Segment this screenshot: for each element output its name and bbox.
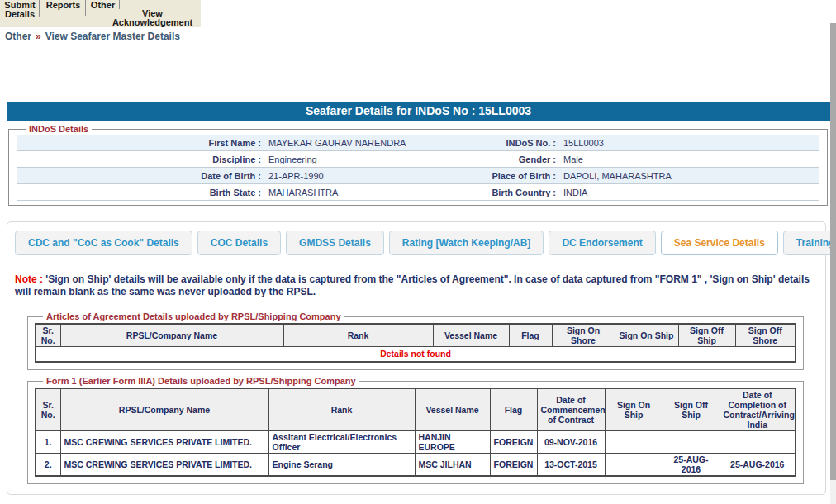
cell-sign-on-ship [605,454,663,477]
table-header-row: Sr. No. RPSL/Company Name Rank Vessel Na… [36,388,796,431]
col-header-date-of-commencement: Date of Commencement of Contract [537,388,605,431]
note-text: 'Sign on Ship' details will be available… [15,273,810,297]
form1-details-table: Sr. No. RPSL/Company Name Rank Vessel Na… [35,388,796,477]
breadcrumb-separator-icon: » [36,31,41,42]
tab-gmdss-details[interactable]: GMDSS Details [286,231,384,255]
menu-item-submit-details[interactable]: Submit Details [1,1,39,19]
vertical-scrollbar[interactable] [830,23,836,504]
page-title: Seafarer Details for INDoS No : 15LL0003 [7,102,830,121]
menu-item-reports[interactable]: Reports [42,1,84,10]
birth-country-value: INDIA [556,188,819,197]
cell-date-of-completion [720,431,796,454]
cell-flag: FOREIGN [490,454,537,477]
articles-of-agreement-legend: Articles of Agreement Details uploaded b… [43,311,344,321]
birth-country-label: Birth Country : [411,188,556,197]
gender-value: Male [556,155,819,164]
indos-row: Discipline : Engineering Gender : Male [17,151,819,168]
discipline-label: Discipline : [17,155,261,164]
cell-date-of-completion: 25-AUG-2016 [720,454,796,477]
col-header-rank: Rank [268,388,415,431]
details-not-found-message: Details not found [36,347,796,362]
cell-rank: Assitant Electrical/Electronics Officer [268,431,415,454]
col-header-sign-on-ship: Sign On Ship [615,324,678,347]
cell-sign-off-ship: 25-AUG-2016 [663,454,720,477]
cell-vessel-name: MSC JILHAN [415,454,490,477]
cell-sr-no: 2. [36,454,60,477]
cell-rpsl-company-name: MSC CREWING SERVICES PRIVATE LIMITED. [60,454,268,477]
cell-vessel-name: HANJIN EUROPE [415,431,490,454]
menu-separator [119,0,120,9]
tab-rating-watch-keeping-ab[interactable]: Rating [Watch Keeping/AB] [389,231,544,255]
first-name-label: First Name : [17,138,261,148]
cell-rank: Engine Serang [268,454,415,477]
col-header-vessel-name: Vessel Name [415,388,490,431]
menu-separator [85,0,86,16]
note-prefix: Note : [15,273,43,285]
breadcrumb-current-page: View Seafarer Master Details [45,31,180,42]
table-header-row: Sr. No. RPSL/Company Name Rank Vessel Na… [36,324,796,347]
details-panel: CDC and "CoC as Cook" Details COC Detail… [7,221,826,495]
col-header-sign-off-shore: Sign Off Shore [735,324,796,347]
cell-sign-on-ship [605,431,663,454]
indos-row: Date of Birth : 21-APR-1990 Place of Bir… [17,168,819,184]
col-header-flag: Flag [509,324,552,347]
sign-on-ship-note: Note : 'Sign on Ship' details will be av… [15,273,818,298]
indos-row: First Name : MAYEKAR GAURAV NARENDRA IND… [17,135,819,151]
tab-coc-details[interactable]: COC Details [197,231,281,255]
birth-state-value: MAHARASHTRA [261,188,411,197]
indos-details-legend: INDoS Details [26,124,92,134]
first-name-value: MAYEKAR GAURAV NARENDRA [261,138,411,148]
birth-state-label: Birth State : [17,188,261,197]
date-of-birth-label: Date of Birth : [17,171,261,181]
form1-details-legend: Form 1 (Earlier Form IIIA) Details uploa… [43,376,359,386]
menu-item-view-acknowledgement[interactable]: View Acknowledgement [104,9,201,27]
col-header-rpsl-company-name: RPSL/Company Name [60,388,268,431]
gender-label: Gender : [411,155,556,164]
col-header-sr-no: Sr. No. [36,388,60,431]
breadcrumb: Other»View Seafarer Master Details [5,31,180,42]
discipline-value: Engineering [261,155,411,164]
indos-row: Birth State : MAHARASHTRA Birth Country … [17,184,819,201]
col-header-sign-off-ship: Sign Off Ship [678,324,735,347]
tab-training-details[interactable]: Training Details [783,231,836,255]
date-of-birth-value: 21-APR-1990 [261,171,411,181]
articles-of-agreement-table: Sr. No. RPSL/Company Name Rank Vessel Na… [35,323,796,363]
scrollbar-thumb[interactable] [830,23,836,480]
tab-sea-service-details[interactable]: Sea Service Details [661,231,778,255]
col-header-date-of-completion: Date of Completion of Contract/Arriving … [720,388,796,431]
cell-date-of-commencement: 09-NOV-2016 [537,431,605,454]
table-row: 2. MSC CREWING SERVICES PRIVATE LIMITED.… [36,454,796,477]
cell-rpsl-company-name: MSC CREWING SERVICES PRIVATE LIMITED. [60,431,268,454]
col-header-sr-no: Sr. No. [36,324,60,347]
tab-cdc-coc-as-cook-details[interactable]: CDC and "CoC as Cook" Details [15,231,192,255]
cell-date-of-commencement: 13-OCT-2015 [537,454,605,477]
col-header-rank: Rank [283,324,433,347]
form1-details-fieldset: Form 1 (Earlier Form IIIA) Details uploa… [27,376,804,484]
cell-sr-no: 1. [36,431,60,454]
tab-dc-endorsement[interactable]: DC Endorsement [549,231,655,255]
cell-sign-off-ship [663,431,720,454]
empty-message-row: Details not found [36,347,796,362]
col-header-vessel-name: Vessel Name [433,324,509,347]
details-tab-bar: CDC and "CoC as Cook" Details COC Detail… [15,231,836,255]
col-header-flag: Flag [490,388,537,431]
top-menu-bar: Submit Details Reports Other View Acknow… [0,0,201,27]
indos-no-label: INDoS No. : [411,138,556,148]
breadcrumb-other[interactable]: Other [5,31,31,42]
table-row: 1. MSC CREWING SERVICES PRIVATE LIMITED.… [36,431,796,454]
indos-no-value: 15LL0003 [556,138,819,148]
place-of-birth-value: DAPOLI, MAHARASHTRA [556,171,819,181]
cell-flag: FOREIGN [490,431,537,454]
articles-of-agreement-fieldset: Articles of Agreement Details uploaded b… [27,311,804,370]
col-header-sign-on-ship: Sign On Ship [605,388,663,431]
col-header-rpsl-company-name: RPSL/Company Name [60,324,283,347]
place-of-birth-label: Place of Birth : [411,171,556,181]
menu-separator [39,0,40,17]
col-header-sign-off-ship: Sign Off Ship [663,388,720,431]
indos-details-fieldset: INDoS Details First Name : MAYEKAR GAURA… [8,124,828,206]
col-header-sign-on-shore: Sign On Shore [552,324,615,347]
